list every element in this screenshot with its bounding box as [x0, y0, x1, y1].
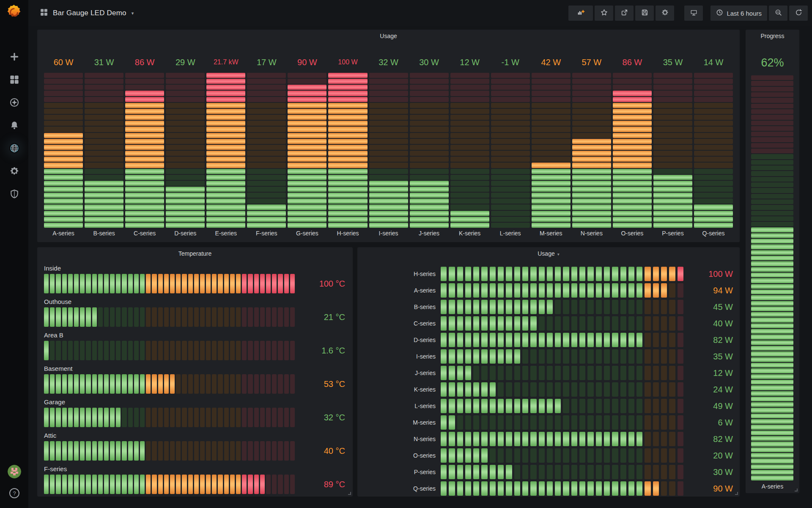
led-cell — [224, 307, 229, 327]
globe-icon[interactable] — [9, 143, 19, 153]
led-cell — [514, 283, 520, 298]
led-cell — [92, 274, 97, 293]
led-cell — [328, 217, 367, 222]
led-cell — [182, 307, 187, 327]
led-cell — [182, 408, 187, 427]
share-button[interactable] — [615, 6, 634, 21]
led-cell — [613, 127, 652, 132]
led-cell — [212, 475, 217, 494]
led-cell — [491, 199, 530, 204]
led-cell — [491, 169, 530, 174]
led-cell — [645, 316, 650, 331]
led-cell — [628, 349, 634, 364]
led-cell — [587, 366, 593, 380]
led-cell — [450, 211, 489, 216]
dashboards-icon[interactable] — [40, 8, 48, 18]
gauge-value: 14 W — [694, 52, 733, 73]
led-cell — [661, 465, 667, 479]
zoom-out-button[interactable] — [769, 6, 787, 21]
led-cell — [44, 121, 83, 126]
add-panel-button[interactable] — [568, 6, 593, 21]
led-cell — [532, 103, 571, 108]
time-range-label: Last 6 hours — [727, 10, 762, 17]
panel-title[interactable]: Usage▾ — [357, 250, 740, 257]
star-button[interactable] — [595, 6, 613, 21]
gauge-column-A-series: 60 WA-series — [44, 52, 83, 239]
monitor-icon — [690, 9, 697, 18]
save-button[interactable] — [635, 6, 654, 21]
cycle-view-button[interactable] — [684, 6, 703, 21]
panel-resize-handle[interactable] — [735, 492, 738, 495]
led-cell — [206, 121, 245, 126]
led-cell — [369, 199, 408, 204]
led-cell — [212, 441, 217, 461]
led-gauge — [206, 73, 245, 228]
panel-resize-handle[interactable] — [795, 489, 798, 491]
led-cell — [694, 127, 733, 132]
led-cell — [751, 182, 793, 187]
led-cell — [44, 109, 83, 114]
led-cell — [473, 481, 479, 496]
shield-icon[interactable] — [9, 189, 19, 199]
bell-icon[interactable] — [9, 120, 19, 130]
led-cell — [200, 441, 205, 461]
panel-title[interactable]: Temperature — [37, 250, 353, 257]
led-cell — [110, 374, 115, 394]
panel-title[interactable]: Progress — [746, 33, 799, 39]
led-cell — [206, 408, 211, 427]
gauge-row-B-series: B-series45 W — [364, 300, 733, 314]
led-cell — [272, 475, 277, 494]
led-cell — [563, 465, 569, 479]
led-cell — [410, 217, 449, 222]
led-cell — [491, 163, 530, 168]
led-cell — [555, 267, 561, 281]
panel-resize-handle[interactable] — [348, 492, 351, 495]
gear-icon[interactable] — [9, 166, 19, 176]
plus-icon[interactable] — [9, 52, 19, 62]
led-cell — [653, 73, 692, 78]
led-gauge — [44, 374, 295, 394]
chevron-down-icon[interactable]: ▾ — [132, 11, 134, 16]
led-cell — [284, 307, 289, 327]
dashboards-icon[interactable] — [9, 75, 19, 85]
led-cell — [751, 177, 793, 182]
led-cell — [450, 127, 489, 132]
save-icon — [641, 9, 648, 18]
led-gauge — [441, 300, 683, 314]
led-cell — [194, 274, 199, 293]
led-cell — [490, 448, 496, 463]
led-cell — [491, 145, 530, 150]
led-cell — [612, 300, 618, 314]
led-cell — [653, 211, 692, 216]
led-cell — [596, 481, 602, 496]
led-cell — [242, 475, 247, 494]
grafana-logo[interactable] — [5, 4, 22, 21]
led-cell — [532, 211, 571, 216]
led-cell — [532, 91, 571, 96]
avatar[interactable] — [8, 465, 21, 478]
led-cell — [56, 441, 60, 461]
help-icon[interactable]: ? — [9, 488, 20, 499]
time-picker-button[interactable]: Last 6 hours — [710, 6, 767, 21]
led-cell — [555, 415, 561, 430]
dashboard-title[interactable]: Bar Gauge LED Demo — [53, 9, 126, 17]
led-cell — [620, 481, 626, 496]
led-cell — [80, 374, 85, 394]
panel-title[interactable]: Usage — [37, 33, 740, 39]
led-cell — [56, 274, 60, 293]
led-cell — [278, 274, 283, 293]
led-cell — [506, 366, 512, 380]
dashboard-settings-button[interactable] — [656, 6, 674, 21]
led-cell — [628, 481, 634, 496]
refresh-button[interactable] — [789, 6, 808, 21]
panel-menu-caret[interactable]: ▾ — [557, 252, 560, 257]
led-cell — [176, 274, 181, 293]
gauge-label: N-series — [572, 228, 611, 239]
led-cell — [694, 145, 733, 150]
led-cell — [532, 109, 571, 114]
led-cell — [669, 399, 675, 413]
led-cell — [620, 382, 626, 397]
led-cell — [751, 132, 793, 136]
compass-icon[interactable] — [9, 97, 19, 108]
led-cell — [613, 151, 652, 156]
